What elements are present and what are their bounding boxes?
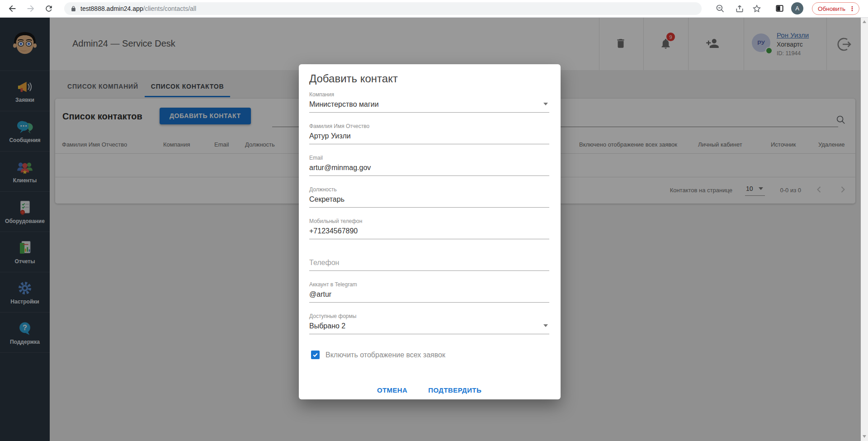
field-mobile-phone: Мобильный телефон +71234567890 [309, 218, 549, 239]
browser-menu-dots-icon[interactable]: ⋮ [849, 5, 855, 12]
field-telegram: Аккаунт в Telegram @artur [309, 281, 549, 303]
dialog-title: Добавить контакт [309, 72, 549, 85]
email-input[interactable]: artur@minmag.gov [309, 163, 549, 176]
field-position: Должность Секретарь [309, 186, 549, 208]
mobile-phone-input[interactable]: +71234567890 [309, 226, 549, 239]
scroll-up-arrow-icon[interactable] [863, 20, 866, 23]
phone-input[interactable]: Телефон [309, 258, 549, 271]
back-icon[interactable] [7, 4, 17, 15]
checkmark-icon [312, 352, 318, 358]
field-label: Email [309, 155, 549, 161]
field-label: Аккаунт в Telegram [309, 281, 549, 288]
refresh-icon[interactable] [44, 4, 53, 15]
page-scrollbar[interactable] [861, 17, 868, 441]
field-available-forms: Доступные формы Выбрано 2 [309, 313, 549, 334]
address-bar[interactable]: test8888.admin24.app/clients/contacts/al… [64, 2, 702, 15]
lock-icon [71, 6, 76, 12]
field-email: Email artur@minmag.gov [309, 155, 549, 176]
forward-icon[interactable] [26, 4, 36, 15]
field-label [309, 250, 549, 256]
browser-bar: test8888.admin24.app/clients/contacts/al… [0, 0, 868, 18]
browser-update-button[interactable]: Обновить ⋮ [812, 2, 859, 15]
checkbox-label: Включить отображение всех заявок [326, 351, 445, 359]
available-forms-select[interactable]: Выбрано 2 [309, 321, 549, 334]
field-label: Мобильный телефон [309, 218, 549, 224]
field-label: Компания [309, 91, 549, 98]
zoom-out-icon[interactable] [716, 4, 725, 15]
company-select[interactable]: Министерство магии [309, 100, 549, 113]
telegram-input[interactable]: @artur [309, 289, 549, 303]
share-icon[interactable] [735, 4, 744, 15]
field-phone: Телефон [309, 250, 549, 271]
side-panel-icon[interactable] [775, 4, 784, 14]
dialog-actions: ОТМЕНА ПОДТВЕРДИТЬ [309, 383, 549, 398]
show-all-tickets-row: Включить отображение всех заявок [311, 351, 549, 359]
field-full-name: Фамилия Имя Отчество Артур Уизли [309, 123, 549, 144]
url-host: test8888.admin24.app [80, 5, 143, 12]
field-label: Доступные формы [309, 313, 549, 319]
browser-profile-avatar[interactable]: A [791, 2, 803, 14]
browser-update-label: Обновить [818, 5, 845, 12]
chevron-down-icon[interactable] [543, 324, 548, 327]
app-window: Заявки Сообщения Клиенты [0, 17, 868, 441]
cancel-button[interactable]: ОТМЕНА [373, 383, 411, 398]
position-input[interactable]: Секретарь [309, 194, 549, 208]
field-company: Компания Министерство магии [309, 91, 549, 113]
show-all-tickets-checkbox[interactable] [311, 351, 320, 359]
url-path: /clients/contacts/all [143, 5, 197, 12]
chevron-down-icon[interactable] [543, 103, 548, 105]
add-contact-dialog: Добавить контакт Компания Министерство м… [299, 64, 561, 399]
screen: test8888.admin24.app/clients/contacts/al… [0, 0, 868, 441]
confirm-button[interactable]: ПОДТВЕРДИТЬ [425, 383, 485, 398]
field-label: Фамилия Имя Отчество [309, 123, 549, 129]
full-name-input[interactable]: Артур Уизли [309, 131, 549, 144]
field-label: Должность [309, 186, 549, 193]
scroll-down-arrow-icon[interactable] [863, 435, 866, 438]
bookmark-star-icon[interactable] [752, 4, 761, 15]
